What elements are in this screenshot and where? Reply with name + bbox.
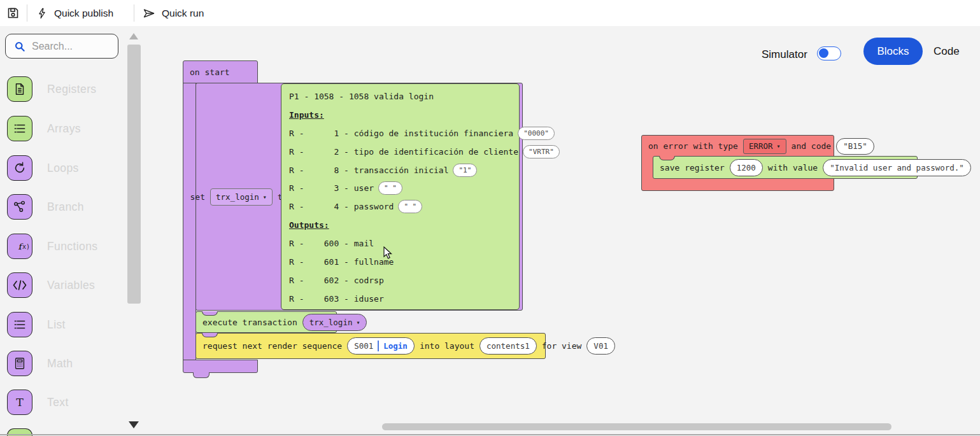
inputs-header: Inputs: (289, 106, 511, 124)
request-render-block[interactable]: request next render sequence S001 Login … (195, 333, 546, 359)
document-icon (7, 76, 32, 102)
sidebar-item-arrays[interactable]: Arrays (7, 116, 122, 141)
window-bottom-border (0, 434, 980, 435)
list-icon (7, 116, 32, 141)
sidebar-item-label: Text (47, 396, 69, 409)
register-input-row: R - 3 - user " " (289, 179, 511, 197)
sidebar-item-label: List (47, 318, 66, 332)
quick-publish-label: Quick publish (54, 8, 113, 19)
register-input-row: R - 1 - código de institución financiera… (289, 124, 511, 143)
loop-icon (7, 155, 32, 181)
sidebar-item-label: Functions (47, 240, 97, 253)
sidebar-item-variables[interactable]: Variables (7, 272, 122, 298)
register-input-row: R - 2 - tipo de identificación de client… (289, 143, 511, 161)
code-icon (7, 272, 32, 298)
send-icon (143, 7, 155, 20)
svg-text:T: T (16, 396, 24, 409)
chevron-down-icon: ▾ (263, 193, 267, 200)
register-value-pill[interactable]: " " (398, 200, 422, 213)
sidebar-item-list[interactable]: List (7, 312, 122, 337)
transaction-value-block[interactable]: P1 - 1058 - 1058 valida login Inputs: R … (281, 83, 520, 310)
chevron-down-icon: ▾ (356, 319, 360, 326)
on-start-block-spine[interactable] (183, 83, 196, 360)
block-notch (659, 156, 675, 160)
sidebar-item-label: Registers (47, 83, 97, 96)
sidebar-scrollbar[interactable] (127, 45, 141, 304)
register-number-pill[interactable]: 1200 (730, 159, 763, 176)
and-code-label: and code (792, 141, 832, 151)
toolbar-divider (134, 4, 134, 22)
on-start-block-header[interactable]: on start (183, 60, 258, 83)
svg-text:(x): (x) (18, 243, 29, 250)
sidebar-item-label: Variables (47, 279, 95, 292)
register-output-row: R - 600 - mail (289, 234, 511, 253)
sidebar-item-registers[interactable]: Registers (7, 76, 122, 102)
sidebar-scroll-down-icon[interactable] (129, 421, 139, 428)
chevron-down-icon: ▾ (777, 143, 781, 150)
toggle-knob (819, 48, 828, 58)
save-icon (6, 6, 20, 20)
block-notch (202, 333, 218, 337)
register-input-row: R - 8 - transacción inicial "1" (289, 161, 511, 179)
view-pill[interactable]: V01 (586, 337, 615, 355)
sidebar-item-label: Arrays (47, 122, 81, 136)
with-value-label: with value (768, 163, 818, 172)
register-value-pill[interactable]: " " (378, 181, 402, 195)
search-icon (13, 40, 26, 53)
register-output-row: R - 601 - fullname (289, 253, 511, 271)
sidebar-item-loops[interactable]: Loops (7, 155, 122, 181)
register-input-row: R - 4 - password " " (289, 197, 511, 216)
on-start-block-foot[interactable] (183, 360, 258, 373)
register-value-pill[interactable]: "0000" (518, 127, 555, 140)
register-value-pill[interactable]: "1" (453, 164, 477, 177)
set-label: set (190, 192, 205, 202)
code-tab-button[interactable]: Code (934, 45, 960, 58)
simulator-toggle[interactable] (817, 46, 841, 60)
sidebar-scroll-up-icon[interactable] (129, 33, 138, 39)
canvas-horizontal-scrollbar[interactable] (382, 423, 891, 430)
sidebar-item-math[interactable]: Math (7, 351, 122, 376)
on-start-label: on start (183, 61, 257, 83)
register-output-row: R - 603 - iduser (289, 290, 511, 308)
search-input[interactable] (32, 41, 102, 52)
register-value-pill[interactable]: "Invalid user and password." (823, 159, 971, 176)
toolbar-divider (27, 4, 27, 22)
simulator-label: Simulator (762, 48, 807, 61)
sidebar-item-label: Branch (47, 200, 84, 214)
outputs-header: Outputs: (289, 216, 511, 234)
list-icon (7, 312, 32, 337)
save-register-label: save register (660, 163, 725, 172)
top-toolbar: Quick publish Quick run (0, 0, 980, 26)
quick-publish-button[interactable]: Quick publish (36, 0, 113, 26)
save-button[interactable] (6, 0, 20, 26)
on-start-block-foot-tab (193, 372, 209, 378)
sidebar-item-label: Loops (47, 162, 79, 175)
calculator-icon (7, 351, 32, 376)
error-code-pill[interactable]: "B15" (836, 138, 874, 155)
transaction-dropdown[interactable]: trx_login ▾ (302, 314, 367, 331)
blocks-tab-button[interactable]: Blocks (863, 38, 923, 65)
pill-divider (378, 341, 379, 351)
execute-transaction-label: execute transaction (202, 318, 297, 327)
execute-transaction-block[interactable]: execute transaction trx_login ▾ (195, 311, 337, 333)
register-value-pill[interactable]: "VRTR" (523, 145, 560, 158)
quick-run-button[interactable]: Quick run (143, 0, 204, 26)
sequence-pill[interactable]: S001 Login (347, 337, 415, 355)
block-notch (202, 311, 218, 316)
save-register-block[interactable]: save register 1200 with value "Invalid u… (653, 156, 918, 179)
sidebar-item-functions[interactable]: f (x) Functions (7, 234, 122, 259)
on-error-label: on error with type (648, 141, 738, 151)
into-layout-label: into layout (420, 341, 474, 351)
branch-icon (7, 194, 32, 220)
register-output-row: R - 602 - codrsp (289, 271, 511, 290)
request-render-label: request next render sequence (202, 341, 342, 351)
sidebar-item-text[interactable]: T Text (7, 390, 122, 415)
error-type-dropdown[interactable]: ERROR ▾ (743, 139, 786, 154)
function-icon: f (x) (7, 234, 32, 259)
sidebar-item-branch[interactable]: Branch (7, 194, 122, 220)
lightning-icon (36, 7, 48, 20)
layout-pill[interactable]: contents1 (479, 337, 537, 355)
search-box (5, 34, 118, 59)
sidebar-item-label: Math (47, 357, 73, 370)
set-variable-dropdown[interactable]: trx_login ▾ (210, 188, 273, 206)
